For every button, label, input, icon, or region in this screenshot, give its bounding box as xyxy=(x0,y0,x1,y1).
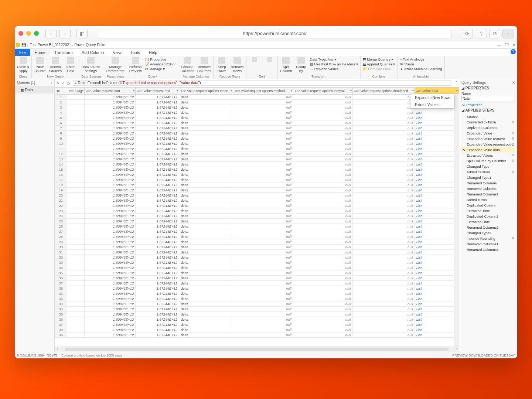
applied-step[interactable]: Extracted Time xyxy=(461,208,515,214)
applied-step[interactable]: Added Custom⚙ xyxy=(461,169,515,175)
row-number[interactable]: 32 xyxy=(55,255,67,260)
cell[interactable]: delta xyxy=(179,162,233,167)
cell[interactable]: null xyxy=(233,105,293,110)
cell[interactable]: 1.60946E+12 xyxy=(85,110,136,115)
cell[interactable]: null xyxy=(293,136,352,141)
cell-value-data[interactable]: List xyxy=(415,327,458,332)
applied-step[interactable]: Changed Type1 xyxy=(461,175,515,180)
cell[interactable]: null xyxy=(352,296,415,301)
cell[interactable]: null xyxy=(293,131,352,136)
cell[interactable]: null xyxy=(293,327,352,332)
cell[interactable]: delta xyxy=(179,198,233,203)
cell[interactable]: null xyxy=(233,234,293,239)
cell-value-data[interactable]: List xyxy=(415,332,458,338)
gear-icon[interactable]: ⚙ xyxy=(511,120,514,124)
row-number[interactable]: 21 xyxy=(55,198,67,203)
enter-data-button[interactable]: Enter Data xyxy=(65,57,76,73)
row-number[interactable]: 38 xyxy=(55,286,67,291)
cell[interactable]: null xyxy=(293,214,352,219)
remove-columns-button[interactable]: Remove Columns xyxy=(197,57,211,73)
gear-icon[interactable]: ⚙ xyxy=(511,159,514,163)
cell[interactable]: 1.67244E+12 xyxy=(136,198,179,203)
text-analytics-button[interactable]: ≡ Text Analytics xyxy=(400,57,442,62)
cell[interactable]: delta xyxy=(179,229,233,234)
cell[interactable]: null xyxy=(233,250,293,255)
row-number[interactable]: 10 xyxy=(55,141,67,146)
cell[interactable] xyxy=(67,327,85,332)
cell[interactable]: null xyxy=(352,312,415,317)
cell[interactable]: null xyxy=(352,224,415,229)
column-header[interactable]: ABC Value.request.options.mode▾ xyxy=(179,88,233,95)
back-button[interactable]: ‹ xyxy=(45,29,57,38)
cell[interactable]: null xyxy=(233,167,293,172)
cell[interactable]: delta xyxy=(179,126,233,131)
cell[interactable]: null xyxy=(352,141,415,146)
cell[interactable]: delta xyxy=(179,286,233,291)
cell[interactable]: delta xyxy=(179,239,233,245)
cell[interactable]: null xyxy=(293,151,352,157)
gear-icon[interactable]: ⚙ xyxy=(511,236,514,240)
cell[interactable] xyxy=(67,234,85,239)
cell[interactable] xyxy=(67,265,85,270)
cell[interactable] xyxy=(67,224,85,229)
applied-step[interactable]: Inserted Rounding⚙ xyxy=(461,236,515,241)
cell-value-data[interactable]: List xyxy=(415,198,458,203)
cell[interactable]: null xyxy=(293,286,352,291)
cell[interactable]: delta xyxy=(179,110,233,115)
cell[interactable]: 1.67244E+12 xyxy=(136,250,179,255)
cell[interactable]: 1.60946E+12 xyxy=(85,203,136,208)
row-number[interactable]: 39 xyxy=(55,332,67,338)
cell[interactable]: null xyxy=(352,126,415,131)
cell-value-data[interactable]: List xyxy=(415,208,458,214)
group-by-button[interactable]: Group By xyxy=(295,57,307,73)
scroll-right-icon[interactable]: › xyxy=(454,347,459,352)
refresh-preview-button[interactable]: Refresh Preview xyxy=(129,57,142,73)
cell[interactable]: 1.67244E+12 xyxy=(136,136,179,141)
cell-value-data[interactable]: List xyxy=(415,291,458,296)
cell[interactable]: null xyxy=(233,265,293,270)
applied-step[interactable]: Extracted Values⚙ xyxy=(461,153,515,158)
cell[interactable] xyxy=(67,245,85,250)
cell-value-data[interactable]: List xyxy=(415,255,458,260)
cell[interactable]: null xyxy=(293,260,352,265)
applied-step[interactable]: ✕ Expanded Value.data xyxy=(461,147,515,153)
cell[interactable]: null xyxy=(293,239,352,245)
cell[interactable]: 1.67244E+12 xyxy=(136,95,179,100)
cell[interactable] xyxy=(67,105,85,110)
cell[interactable] xyxy=(67,100,85,105)
cell[interactable]: null xyxy=(233,146,293,151)
cell[interactable]: null xyxy=(352,239,415,245)
cell[interactable]: null xyxy=(352,183,415,188)
cell[interactable]: delta xyxy=(179,136,233,141)
row-number[interactable]: 36 xyxy=(55,317,67,322)
cell[interactable]: null xyxy=(293,250,352,255)
cell-value-data[interactable]: List xyxy=(415,245,458,250)
cell[interactable]: null xyxy=(233,162,293,167)
cell[interactable]: 1.67244E+12 xyxy=(136,317,179,322)
cell[interactable]: null xyxy=(293,322,352,327)
cell[interactable]: null xyxy=(233,276,293,281)
cell[interactable]: null xyxy=(293,312,352,317)
row-number[interactable]: 37 xyxy=(55,281,67,286)
cell[interactable] xyxy=(67,214,85,219)
fx-icon[interactable]: fx xyxy=(67,81,71,85)
cell[interactable]: delta xyxy=(179,141,233,146)
applied-step[interactable]: Converted to Table⚙ xyxy=(461,119,515,125)
menu-tab-transform[interactable]: Transform xyxy=(50,49,77,56)
cell[interactable] xyxy=(67,110,85,115)
formula-accept-icon[interactable]: ✓ xyxy=(62,81,65,85)
cell-value-data[interactable]: List xyxy=(415,301,458,307)
cell[interactable]: null xyxy=(352,115,415,120)
cell[interactable] xyxy=(67,167,85,172)
column-header[interactable]: ABC Value.data▾ xyxy=(415,88,458,95)
cell[interactable]: delta xyxy=(179,291,233,296)
collapse-icon[interactable]: ‹ xyxy=(51,81,52,85)
all-properties-link[interactable]: All Properties xyxy=(461,103,515,107)
cell[interactable] xyxy=(67,281,85,286)
cell[interactable]: null xyxy=(293,146,352,151)
cell[interactable]: null xyxy=(293,317,352,322)
cell-value-data[interactable]: List xyxy=(415,322,458,327)
cell-value-data[interactable]: List xyxy=(415,239,458,245)
cell[interactable]: null xyxy=(352,245,415,250)
cell[interactable]: null xyxy=(233,286,293,291)
